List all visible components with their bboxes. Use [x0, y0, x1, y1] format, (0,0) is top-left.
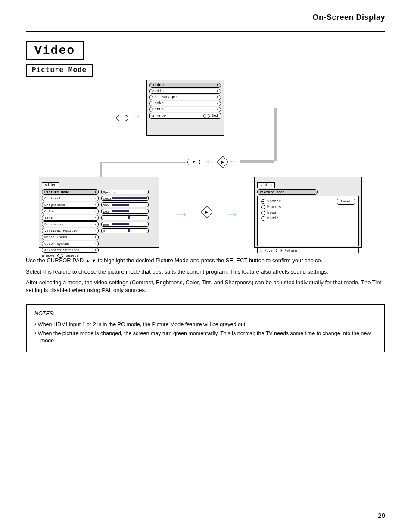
- row-brightness[interactable]: Brightness›: [42, 202, 99, 208]
- menu-item-locks[interactable]: Locks›: [149, 101, 221, 106]
- video-detail-screen: Video Picture Mode› Sports Contrast› 100…: [39, 177, 159, 248]
- option-sports[interactable]: Sports Reset: [261, 199, 355, 204]
- notes-title: NOTES:: [34, 310, 377, 317]
- row-magic-focus[interactable]: Magic Focus›: [42, 234, 99, 240]
- value-picture-mode: Sports: [101, 190, 149, 194]
- main-menu-hint: ⇵ Move Sel: [149, 113, 221, 119]
- body-text: Use the CURSOR PAD ▲ ▼ to highlight the …: [26, 257, 385, 352]
- cursor-right-icon: ▶: [201, 206, 213, 218]
- reset-button[interactable]: Reset: [337, 199, 355, 205]
- row-advanced-settings[interactable]: Advanced Settings›: [42, 247, 99, 253]
- value-vertical-position: 0: [101, 228, 149, 233]
- option-movies[interactable]: Movies: [261, 204, 355, 210]
- paragraph-2: Select this feature to choose the pictur…: [26, 268, 385, 276]
- flow-arrow-icon: ←: [228, 155, 239, 167]
- cursor-down-icon: ▼: [187, 159, 200, 165]
- menu-item-ch-manager[interactable]: Ch. Manager›: [149, 95, 221, 100]
- picture-mode-modal: Video Picture Mode Sports Reset Movies N…: [254, 177, 362, 248]
- row-color-system[interactable]: Color System›: [42, 241, 99, 246]
- picture-mode-hint: ⇵ Move Return: [257, 248, 359, 253]
- row-contrast[interactable]: Contrast›: [42, 196, 99, 201]
- flow-arrow-icon: →: [225, 205, 240, 222]
- radio-empty-icon: [261, 216, 265, 221]
- option-news[interactable]: News: [261, 210, 355, 215]
- value-color: 50%: [101, 209, 149, 214]
- cursor-right-icon: ▶: [217, 156, 229, 168]
- value-tint: [101, 215, 149, 220]
- main-menu-screen: Video› Audio› Ch. Manager› Locks› Setup›…: [146, 80, 224, 136]
- note-item: When HDMI Input 1 or 2 is in the PC mode…: [34, 321, 377, 328]
- row-picture-mode[interactable]: Picture Mode›: [42, 189, 99, 195]
- menu-item-setup[interactable]: Setup›: [149, 107, 221, 112]
- section-title-video: Video: [26, 41, 84, 60]
- notes-box: NOTES: When HDMI Input 1 or 2 is in the …: [26, 304, 385, 352]
- row-tint[interactable]: Tint›: [42, 215, 99, 221]
- value-contrast: 100%: [101, 196, 149, 201]
- menu-button-icon: [116, 115, 128, 121]
- picture-mode-tab-label: Video: [257, 182, 275, 188]
- row-sharpness[interactable]: Sharpness›: [42, 221, 99, 227]
- option-music[interactable]: Music: [261, 215, 355, 221]
- video-tab-label: Video: [42, 182, 59, 188]
- flow-diagram: → Video› Audio› Ch. Manager› Locks› Setu…: [26, 78, 385, 250]
- row-color[interactable]: Color›: [42, 208, 99, 214]
- flow-arrow-icon: ←: [205, 155, 215, 167]
- subsection-title-picture-mode: Picture Mode: [26, 64, 93, 77]
- value-sharpness: 50%: [101, 222, 149, 227]
- page-number: 29: [378, 512, 385, 519]
- radio-empty-icon: [261, 205, 265, 209]
- note-item: When the picture mode is changed, the sc…: [34, 330, 377, 345]
- paragraph-1: Use the CURSOR PAD ▲ ▼ to highlight the …: [26, 257, 385, 264]
- value-brightness: 50%: [101, 202, 149, 207]
- picture-mode-heading: Picture Mode: [257, 189, 318, 195]
- chapter-label: On-Screen Display: [312, 13, 385, 22]
- flow-arrow-icon: →: [131, 110, 141, 122]
- row-vertical-position[interactable]: Vertical Position›: [42, 228, 99, 233]
- paragraph-3: After selecting a mode, the video settin…: [26, 279, 385, 294]
- flow-arrow-icon: →: [174, 205, 189, 222]
- radio-empty-icon: [261, 211, 265, 215]
- menu-item-audio[interactable]: Audio›: [149, 89, 221, 94]
- menu-item-video[interactable]: Video›: [149, 83, 221, 88]
- radio-filled-icon: [261, 199, 265, 204]
